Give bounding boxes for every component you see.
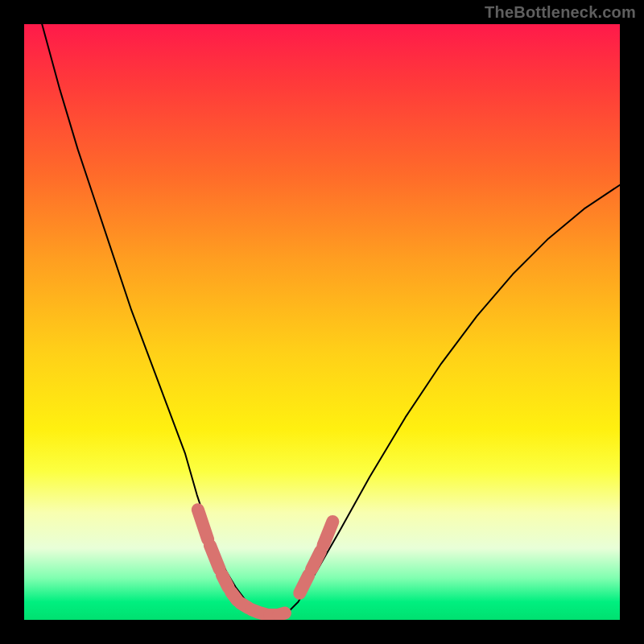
highlight-left-marker-run-seg2 <box>222 575 229 588</box>
highlight-left-marker-run-seg1 <box>210 546 220 570</box>
highlight-right-marker-run-seg1 <box>312 551 320 569</box>
highlight-right-marker-run-seg0 <box>299 575 308 592</box>
chart-container: TheBottleneck.com <box>0 0 644 644</box>
highlight-right-marker-run-seg2 <box>323 522 332 546</box>
curve-right-curve <box>287 185 620 614</box>
watermark-label: TheBottleneck.com <box>485 3 636 22</box>
plot-area <box>24 24 620 620</box>
marker-layer <box>198 510 332 615</box>
curve-left-curve <box>42 24 262 614</box>
curve-canvas <box>24 24 620 620</box>
highlight-left-marker-run-seg8 <box>279 613 285 615</box>
highlight-left-marker-run-seg0 <box>198 510 208 539</box>
